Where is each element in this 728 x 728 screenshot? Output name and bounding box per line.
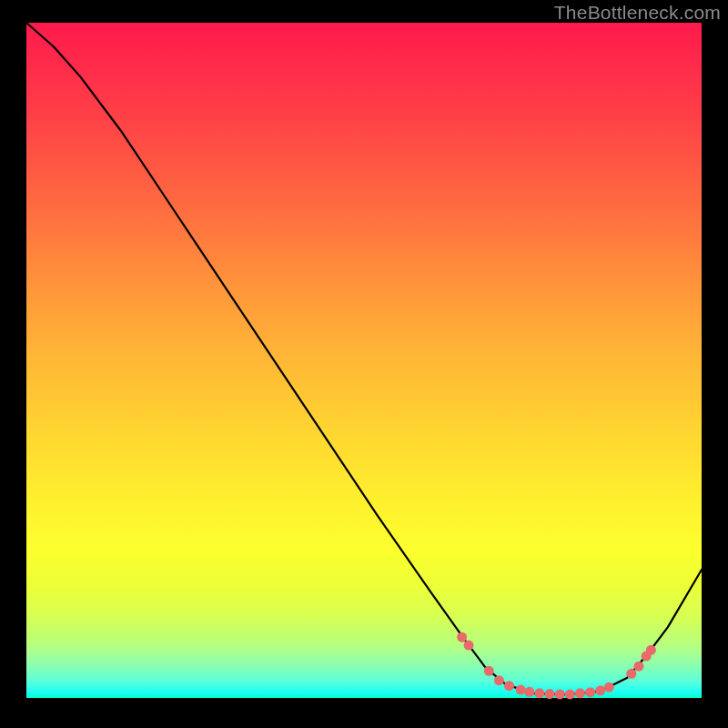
data-marker <box>585 687 595 697</box>
data-marker <box>545 689 555 699</box>
chart-svg <box>26 23 702 698</box>
data-marker <box>626 669 636 679</box>
data-marker <box>633 662 643 672</box>
data-marker <box>504 681 514 691</box>
data-marker <box>484 666 494 676</box>
data-marker <box>555 689 565 699</box>
bottleneck-curve <box>26 23 702 694</box>
data-marker <box>595 685 605 695</box>
data-marker <box>575 688 585 698</box>
watermark-text: TheBottleneck.com <box>554 2 721 24</box>
data-markers <box>457 632 656 700</box>
data-marker <box>565 689 575 699</box>
data-marker <box>516 685 526 695</box>
data-marker <box>464 641 474 651</box>
data-marker <box>604 682 614 693</box>
data-marker <box>457 632 467 642</box>
chart-frame <box>26 23 702 698</box>
data-marker <box>646 645 656 655</box>
data-marker <box>494 675 504 685</box>
data-marker <box>534 688 544 698</box>
data-marker <box>524 687 534 697</box>
